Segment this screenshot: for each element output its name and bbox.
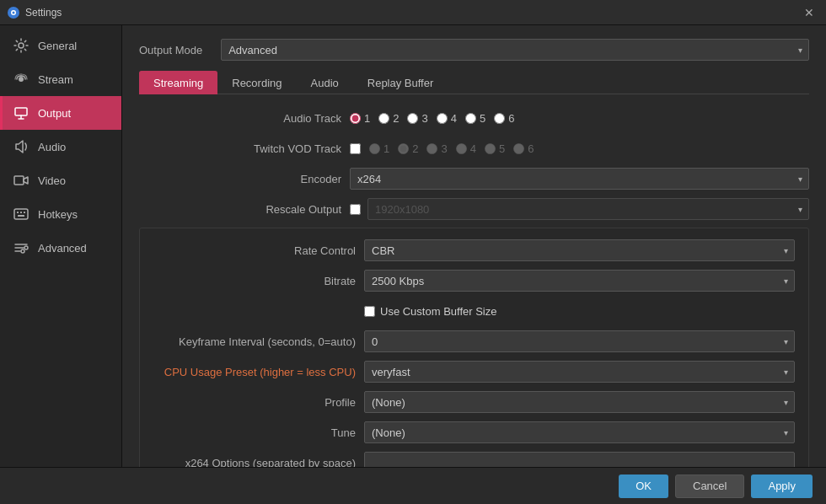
sidebar-item-general[interactable]: General	[0, 29, 121, 62]
sidebar-item-advanced[interactable]: Advanced	[0, 231, 121, 265]
svg-rect-11	[18, 215, 24, 217]
tune-label: Tune	[153, 426, 364, 439]
sidebar-item-output[interactable]: Output	[0, 96, 121, 130]
profile-select[interactable]: (None) baseline main high	[364, 391, 795, 413]
sidebar-label-general: General	[38, 40, 77, 52]
audio-icon	[13, 138, 30, 155]
window-title: Settings	[25, 7, 799, 19]
twitch-vod-1[interactable]: 1	[369, 142, 389, 155]
twitch-vod-row: Twitch VOD Track 1 2 3	[139, 137, 809, 160]
audio-track-2[interactable]: 2	[378, 112, 399, 125]
content-area: Output Mode Simple Advanced ▾ Streaming …	[122, 25, 826, 504]
sidebar-label-stream: Stream	[38, 73, 73, 86]
advanced-icon	[13, 239, 30, 256]
encoder-select-wrapper: x264 NVENC H.264 NVENC H.265 QuickSync H…	[350, 168, 809, 190]
svg-rect-8	[17, 212, 19, 213]
video-icon	[13, 172, 30, 189]
titlebar: Settings ✕	[0, 0, 826, 25]
tune-select[interactable]: (None) film animation grain stillimage f…	[364, 421, 795, 443]
bitrate-label: Bitrate	[153, 275, 364, 287]
rescale-output-row: Rescale Output 1920x1080 ▾	[139, 197, 809, 221]
tab-recording[interactable]: Recording	[217, 71, 296, 94]
twitch-vod-3[interactable]: 3	[426, 142, 447, 155]
tune-select-wrapper: (None) film animation grain stillimage f…	[364, 421, 795, 443]
cpu-preset-select-wrapper: ultrafast superfast veryfast faster fast…	[364, 361, 795, 383]
rate-control-row: Rate Control CBR VBR ABR CRF CQP ▾	[153, 239, 795, 262]
ok-button[interactable]: OK	[619, 475, 668, 498]
custom-buffer-checkbox[interactable]	[364, 306, 375, 317]
sidebar-label-audio: Audio	[38, 141, 66, 153]
rescale-output-select[interactable]: 1920x1080	[367, 198, 809, 220]
encoder-row: Encoder x264 NVENC H.264 NVENC H.265 Qui…	[139, 167, 809, 190]
custom-buffer-label: Use Custom Buffer Size	[380, 305, 496, 318]
audio-track-options: 1 2 3 4 5	[350, 112, 809, 125]
rate-control-label: Rate Control	[153, 244, 364, 257]
tab-streaming[interactable]: Streaming	[139, 71, 217, 94]
rescale-output-checkbox[interactable]	[350, 204, 361, 215]
keyframe-interval-row: Keyframe Interval (seconds, 0=auto) 0 1 …	[153, 330, 795, 353]
output-mode-select-wrapper: Simple Advanced ▾	[221, 39, 809, 61]
bitrate-select[interactable]: 500 Kbps 1000 Kbps 2500 Kbps 5000 Kbps 8…	[364, 270, 795, 292]
apply-button[interactable]: Apply	[751, 475, 813, 498]
encoder-select[interactable]: x264 NVENC H.264 NVENC H.265 QuickSync H…	[350, 168, 809, 190]
svg-point-3	[19, 43, 24, 48]
svg-rect-9	[20, 212, 22, 213]
sidebar-label-output: Output	[38, 107, 71, 120]
profile-row: Profile (None) baseline main high ▾	[153, 390, 795, 414]
twitch-vod-options: 1 2 3 4 5	[350, 142, 809, 155]
output-mode-row: Output Mode Simple Advanced ▾	[139, 39, 809, 61]
svg-rect-10	[24, 212, 25, 213]
hotkeys-icon	[13, 206, 30, 223]
custom-buffer-checkbox-row: Use Custom Buffer Size	[364, 305, 795, 318]
audio-track-4[interactable]: 4	[437, 112, 457, 125]
sidebar-item-audio[interactable]: Audio	[0, 130, 121, 164]
keyframe-select[interactable]: 0 1 2	[364, 330, 795, 352]
rescale-output-label: Rescale Output	[139, 203, 350, 216]
twitch-vod-checkbox[interactable]	[350, 143, 361, 154]
cpu-preset-label: CPU Usage Preset (higher = less CPU)	[153, 366, 364, 378]
sidebar-item-hotkeys[interactable]: Hotkeys	[0, 197, 121, 231]
gear-icon	[13, 37, 30, 54]
twitch-vod-4[interactable]: 4	[456, 142, 476, 155]
audio-track-label: Audio Track	[139, 112, 350, 125]
stream-icon	[13, 71, 30, 88]
sidebar: General Stream Output	[0, 25, 122, 504]
app-icon	[7, 6, 20, 19]
sidebar-label-hotkeys: Hotkeys	[38, 208, 78, 221]
output-mode-select[interactable]: Simple Advanced	[221, 39, 809, 61]
keyframe-select-wrapper: 0 1 2 ▾	[364, 330, 795, 352]
svg-rect-5	[15, 108, 27, 115]
svg-point-13	[21, 249, 24, 253]
audio-track-1[interactable]: 1	[350, 112, 370, 125]
profile-select-wrapper: (None) baseline main high ▾	[364, 391, 795, 413]
cancel-button[interactable]: Cancel	[675, 475, 744, 498]
custom-buffer-row: Use Custom Buffer Size	[153, 299, 795, 323]
rate-control-select[interactable]: CBR VBR ABR CRF CQP	[364, 239, 795, 261]
audio-track-6[interactable]: 6	[494, 112, 514, 125]
tabs-bar: Streaming Recording Audio Replay Buffer	[139, 71, 809, 94]
audio-track-row: Audio Track 1 2 3	[139, 106, 809, 130]
close-button[interactable]: ✕	[799, 4, 819, 21]
tab-audio[interactable]: Audio	[297, 71, 353, 94]
cpu-preset-row: CPU Usage Preset (higher = less CPU) ult…	[153, 360, 795, 383]
audio-track-5[interactable]: 5	[465, 112, 485, 125]
sidebar-item-stream[interactable]: Stream	[0, 62, 121, 96]
twitch-vod-2[interactable]: 2	[398, 142, 418, 155]
sidebar-label-video: Video	[38, 174, 66, 187]
rescale-output-controls: 1920x1080 ▾	[350, 198, 809, 220]
tab-replay-buffer[interactable]: Replay Buffer	[353, 71, 448, 94]
svg-rect-7	[14, 209, 28, 219]
footer: OK Cancel Apply	[0, 467, 826, 504]
bitrate-row: Bitrate 500 Kbps 1000 Kbps 2500 Kbps 500…	[153, 269, 795, 292]
output-mode-label: Output Mode	[139, 44, 211, 56]
sidebar-item-video[interactable]: Video	[0, 164, 121, 197]
svg-point-12	[24, 246, 28, 249]
encoder-label: Encoder	[139, 173, 350, 185]
twitch-vod-6[interactable]: 6	[513, 142, 534, 155]
audio-track-3[interactable]: 3	[407, 112, 427, 125]
output-icon	[13, 105, 30, 121]
twitch-vod-5[interactable]: 5	[485, 142, 505, 155]
twitch-vod-label: Twitch VOD Track	[139, 142, 350, 155]
cpu-preset-select[interactable]: ultrafast superfast veryfast faster fast…	[364, 361, 795, 383]
svg-rect-6	[14, 176, 24, 185]
